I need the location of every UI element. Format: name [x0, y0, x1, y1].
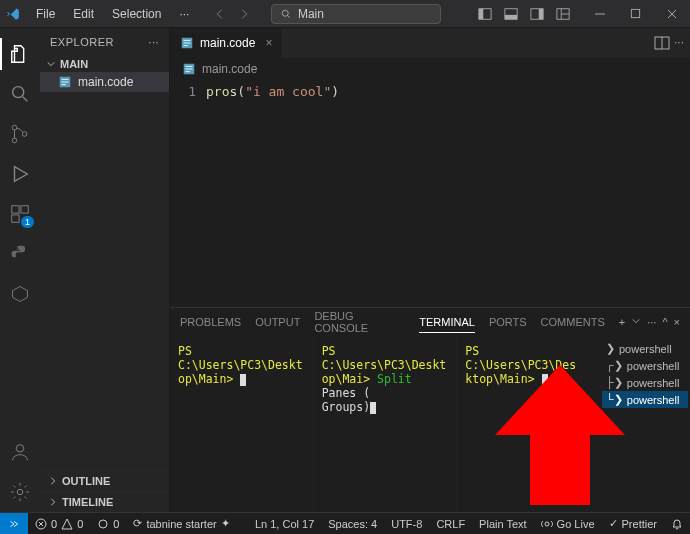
status-errors[interactable]: 00: [28, 513, 90, 535]
svg-rect-14: [21, 206, 28, 213]
svg-rect-2: [479, 8, 483, 19]
file-name: main.code: [78, 75, 133, 89]
breadcrumb[interactable]: main.code: [170, 58, 690, 80]
status-prettier[interactable]: ✓Prettier: [602, 513, 664, 535]
command-center[interactable]: Main: [271, 4, 441, 24]
activity-python-icon[interactable]: [0, 234, 40, 274]
folder-header[interactable]: MAIN: [40, 56, 169, 72]
svg-point-23: [99, 520, 107, 528]
svg-rect-4: [505, 14, 517, 18]
activity-search-icon[interactable]: [0, 74, 40, 114]
svg-rect-15: [12, 215, 19, 222]
line-number: 1: [170, 84, 206, 99]
command-center-label: Main: [298, 7, 324, 21]
editor-tab[interactable]: main.code ×: [170, 28, 283, 58]
status-bell-icon[interactable]: [664, 513, 690, 535]
search-icon: [280, 8, 292, 20]
layout-sidebar-right-icon[interactable]: [524, 0, 550, 28]
layout-sidebar-left-icon[interactable]: [472, 0, 498, 28]
menu-edit[interactable]: Edit: [65, 4, 102, 24]
maximize-panel-icon[interactable]: ^: [662, 316, 667, 328]
activity-explorer-icon[interactable]: [0, 34, 40, 74]
panel-tab-terminal[interactable]: TERMINAL: [419, 312, 475, 333]
code-editor[interactable]: 1 pros("i am cool"): [170, 80, 690, 103]
editor-area: main.code × ··· main.code 1 pros("i am c…: [170, 28, 690, 512]
panel-tab-output[interactable]: OUTPUT: [255, 312, 300, 332]
svg-rect-6: [539, 8, 543, 19]
terminal-pane-2[interactable]: PS C:\Users\PC3\Deskt op\Mai> Split Pane…: [314, 336, 458, 512]
status-lang[interactable]: Plain Text: [472, 513, 534, 535]
window-close-icon[interactable]: [654, 0, 690, 28]
activity-bar: 1: [0, 28, 40, 512]
svg-rect-8: [632, 9, 640, 17]
file-icon: [182, 62, 196, 76]
activity-account-icon[interactable]: [0, 432, 40, 472]
new-terminal-icon[interactable]: +: [619, 316, 625, 328]
nav-forward-icon[interactable]: [233, 3, 255, 25]
terminal-icon: ┌❯: [606, 359, 623, 372]
nav-back-icon[interactable]: [209, 3, 231, 25]
terminal-list-item[interactable]: ├❯powershell: [602, 374, 688, 391]
svg-point-9: [13, 87, 24, 98]
terminal-list-item[interactable]: ❯powershell: [602, 340, 688, 357]
remote-icon[interactable]: [0, 513, 28, 535]
svg-point-12: [22, 132, 27, 137]
split-editor-icon[interactable]: [654, 35, 670, 51]
extensions-badge: 1: [21, 216, 34, 228]
terminal-list-item[interactable]: ┌❯powershell: [602, 357, 688, 374]
panel-tab-problems[interactable]: PROBLEMS: [180, 312, 241, 332]
activity-run-debug-icon[interactable]: [0, 154, 40, 194]
svg-point-17: [17, 489, 23, 495]
more-icon[interactable]: ···: [674, 35, 684, 51]
title-bar: File Edit Selection ··· Main: [0, 0, 690, 28]
panel: PROBLEMS OUTPUT DEBUG CONSOLE TERMINAL P…: [170, 307, 690, 512]
menu-more[interactable]: ···: [171, 4, 197, 24]
menu-file[interactable]: File: [28, 4, 63, 24]
activity-source-control-icon[interactable]: [0, 114, 40, 154]
close-icon[interactable]: ×: [265, 36, 272, 50]
code-line: pros("i am cool"): [206, 84, 339, 99]
terminal-list: ❯powershell ┌❯powershell ├❯powershell └❯…: [600, 336, 690, 512]
panel-tab-comments[interactable]: COMMENTS: [541, 312, 605, 332]
panel-tab-debug[interactable]: DEBUG CONSOLE: [314, 306, 405, 338]
file-icon: [180, 36, 194, 50]
menu-selection[interactable]: Selection: [104, 4, 169, 24]
panel-more-icon[interactable]: ···: [647, 316, 656, 328]
svg-point-10: [12, 125, 17, 130]
panel-tab-ports[interactable]: PORTS: [489, 312, 527, 332]
folder-name: MAIN: [60, 58, 88, 70]
terminal-list-item[interactable]: └❯powershell: [602, 391, 688, 408]
svg-point-24: [545, 522, 549, 526]
close-panel-icon[interactable]: ×: [674, 316, 680, 328]
editor-tabs: main.code × ···: [170, 28, 690, 58]
activity-extensions-icon[interactable]: 1: [0, 194, 40, 234]
tab-label: main.code: [200, 36, 255, 50]
outline-section[interactable]: OUTLINE: [40, 470, 169, 491]
window-minimize-icon[interactable]: [582, 0, 618, 28]
status-spaces[interactable]: Spaces: 4: [321, 513, 384, 535]
terminal-pane-3[interactable]: PS C:\Users\PC3\Des ktop\Main>: [457, 336, 600, 512]
sidebar-more-icon[interactable]: ···: [148, 36, 159, 48]
timeline-section[interactable]: TIMELINE: [40, 491, 169, 512]
customize-layout-icon[interactable]: [550, 0, 576, 28]
status-lncol[interactable]: Ln 1, Col 17: [248, 513, 321, 535]
terminal-icon: ├❯: [606, 376, 623, 389]
file-icon: [58, 75, 72, 89]
activity-settings-icon[interactable]: [0, 472, 40, 512]
status-eol[interactable]: CRLF: [429, 513, 472, 535]
svg-point-0: [282, 10, 288, 16]
menu-bar: File Edit Selection ···: [28, 4, 197, 24]
svg-point-11: [12, 138, 17, 143]
status-encoding[interactable]: UTF-8: [384, 513, 429, 535]
activity-other-icon[interactable]: [0, 274, 40, 314]
status-golive[interactable]: Go Live: [534, 513, 602, 535]
status-tabnine[interactable]: ⟳tabnine starter✦: [126, 513, 236, 535]
status-ports[interactable]: 0: [90, 513, 126, 535]
chevron-right-icon: [48, 476, 58, 486]
terminal-dropdown-icon[interactable]: [631, 316, 641, 328]
nav-buttons: [209, 3, 255, 25]
layout-panel-icon[interactable]: [498, 0, 524, 28]
window-maximize-icon[interactable]: [618, 0, 654, 28]
file-tree-item[interactable]: main.code: [40, 72, 169, 92]
terminal-pane-1[interactable]: PS C:\Users\PC3\Deskt op\Main>: [170, 336, 314, 512]
